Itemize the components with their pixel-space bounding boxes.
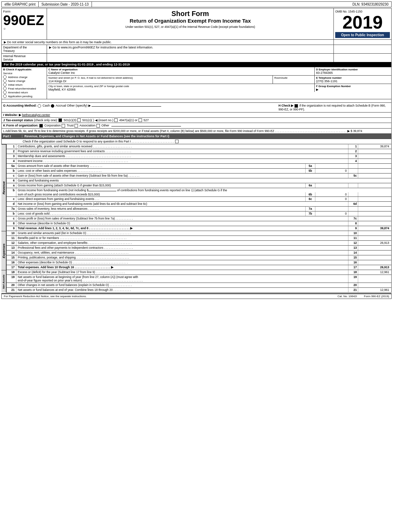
check-amended[interactable]: Amended return [3,91,45,94]
gh-row: G Accounting Method: Cash Accrual Other … [1,103,392,113]
radio-accrual[interactable] [51,104,54,108]
l501c: 501(c)( ) ◀ (insert no.) [82,118,113,122]
revenue-rows: 1 Contributions, gifts, grants, and simi… [6,144,392,231]
row-6a: a Gross income from gaming (attach Sched… [6,183,392,188]
row-6b-wrapper: b Gross income from fundraising events (… [6,188,392,197]
num-6c: c [7,197,16,201]
year-display: 2019 [335,13,390,31]
radio-cash[interactable] [38,104,41,108]
row-21: 21 Net assets or fund balances at end of… [6,288,392,293]
row-11: 11 Benefits paid to or for members . . .… [6,236,392,241]
checkbox-trust[interactable] [62,124,65,128]
lineref-2: 2 [348,149,358,154]
net-assets-side-label: Net Assets [1,270,6,293]
checkbox-assoc[interactable] [74,124,78,128]
org-name: Catalyst Center Inc [48,71,313,75]
radio-address[interactable] [3,75,7,79]
desc-6b-2: sum of such gross income and contributio… [16,192,306,196]
lineref-9: 9 [348,226,358,231]
f-label: F Group Exemption Number [316,85,390,88]
check-initial[interactable]: Initial return [3,83,45,86]
checkbox-h[interactable] [294,104,298,108]
box-7b-val: 0 [315,211,348,216]
lineref-19: 19 [348,275,358,283]
row-19: 19 Net assets or fund balances at beginn… [6,275,392,283]
checkbox-other[interactable] [96,124,100,128]
amount-17: 26,913 [358,265,391,270]
num-10: 10 [7,231,16,236]
radio-pending[interactable] [3,94,7,98]
checkbox-527[interactable] [139,118,142,122]
checkbox-sched-o[interactable] [175,140,179,143]
amount-15 [358,255,391,260]
l-assoc: Association [79,124,95,127]
amount-7c [358,216,391,221]
l-row: L Add lines 5b, 6c, and 7b to line 9 to … [1,129,392,134]
desc-1: Contributions, gifts, grants, and simila… [16,144,348,149]
row-5c: c Gain or (loss) from sale of assets oth… [6,174,392,178]
label-final: Final return/terminated [8,87,36,90]
checkbox-corp[interactable] [39,124,43,128]
lineref-3: 3 [348,154,358,159]
checkbox-501c[interactable] [77,118,81,122]
c-label: C Name of organization [48,68,313,71]
row-10: 10 Grants and similar amounts paid (list… [6,231,392,236]
row-15: 15 Printing, publications, postage, and … [6,255,392,260]
row-6-header: 6 Gaming and fundraising events [6,178,392,183]
footer: For Paperwork Reduction Act Notice, see … [1,293,392,299]
form-number-box: Form 990EZ ☺ [2,8,47,39]
right-spacer [334,54,391,62]
num-6: 6 [7,178,16,183]
num-6d: d [7,202,16,206]
check-final[interactable]: Final return/terminated [3,87,45,90]
radio-initial[interactable] [3,83,7,86]
part-title: Revenue, Expenses, and Changes in Net As… [24,134,169,138]
desc-3: Membership dues and assessments . . . . … [16,154,348,159]
lineref-16: 16 [348,260,358,265]
return-title: Return of Organization Exempt From Incom… [48,18,332,24]
check-org-section: B Check if applicable: Service Address c… [1,67,392,99]
lineref-6d: 6d [348,202,358,206]
desc-16: Other expenses (describe in Schedule O) … [16,260,348,265]
check-address[interactable]: Address charge [3,75,45,79]
check-pending[interactable]: Application pending [3,94,45,98]
row-7b: b Less: cost of goods sold . . . . . . .… [6,211,392,216]
num-1: 1 [7,144,16,149]
ref-6b [348,192,358,196]
l4947: 4947(a)(1) or [119,118,138,122]
city-cell: City or town, state or province, country… [47,84,315,92]
phone-cell: E Telephone number (270) 356-1191 [315,76,391,84]
g-section: G Accounting Method: Cash Accrual Other … [3,104,278,111]
amount-12: 26,913 [358,241,391,245]
go-to: ▶ Go to www.irs.gov/Form990EZ for instru… [47,45,334,53]
phone-value: (270) 356-1191 [316,79,390,83]
footer-left: For Paperwork Reduction Act Notice, see … [4,295,330,298]
desc-7c: Gross profit or (loss) from sales of inv… [16,216,348,221]
desc-17: Total expenses. Add lines 10 through 16 … [16,265,348,270]
amount-4 [358,159,391,163]
row-7a: 7a Gross sales of inventory, less return… [6,207,392,211]
row-6c: c Less: direct expenses from gaming and … [6,197,392,202]
check-name[interactable]: Name change [3,79,45,83]
num-16: 16 [7,260,16,265]
lineref-17: 17 [348,265,358,270]
radio-amended[interactable] [3,91,7,94]
footer-right: Form 990-EZ (2019) [364,295,389,298]
box-6b-label: 6b [306,192,315,196]
checkbox-4947[interactable] [114,118,118,122]
city-row: City or town, state or province, country… [47,84,391,92]
h-section: H Check ▶ if the organization is not req… [278,104,390,111]
checkbox-501c3[interactable] [58,118,62,122]
desc-2: Program service revenue including govern… [16,149,348,154]
num-12: 12 [7,241,16,245]
amt-5a [358,164,391,168]
box-6a-val [315,183,348,188]
num-8: 8 [7,221,16,226]
lineref-12: 12 [348,241,358,245]
lineref-7c: 7c [348,216,358,221]
radio-name[interactable] [3,79,7,83]
part-num: Part I [3,134,22,138]
radio-final[interactable] [3,87,7,90]
amount-14 [358,250,391,255]
revenue-section: Revenue 1 Contributions, gifts, grants, … [1,144,392,231]
